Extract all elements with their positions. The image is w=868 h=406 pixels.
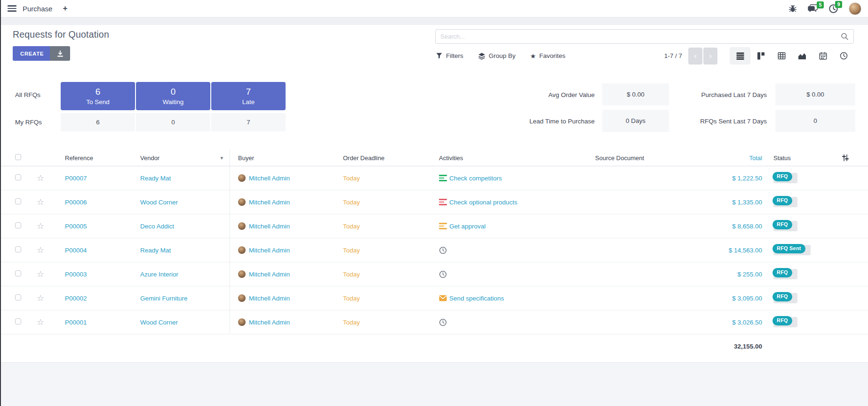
activity-icon[interactable]	[439, 199, 447, 206]
reference-link[interactable]: P00007	[65, 175, 87, 182]
buyer-link[interactable]: Mitchell Admin	[249, 295, 290, 302]
layers-icon	[478, 52, 486, 60]
activity-icon[interactable]	[439, 318, 447, 326]
favorite-star-icon[interactable]: ☆	[37, 317, 44, 327]
favorites-button[interactable]: ★ Favorites	[530, 52, 565, 60]
vendor-link[interactable]: Wood Corner	[140, 199, 178, 206]
row-checkbox[interactable]	[15, 318, 21, 325]
activity-label[interactable]: Send specifications	[449, 295, 504, 302]
reference-link[interactable]: P00006	[65, 199, 87, 206]
reference-link[interactable]: P00004	[65, 247, 87, 254]
user-avatar[interactable]	[849, 2, 861, 15]
header-source[interactable]: Source Document	[590, 154, 692, 162]
select-all-checkbox[interactable]	[15, 154, 21, 160]
activity-label[interactable]: Check optional products	[449, 199, 518, 206]
activity-icon[interactable]	[439, 175, 447, 182]
activity-label[interactable]: Get approval	[449, 223, 486, 230]
to-send-button[interactable]: 6 To Send	[61, 82, 135, 110]
status-badge-backplate: RFQ	[773, 293, 797, 303]
buyer-link[interactable]: Mitchell Admin	[249, 175, 290, 182]
waiting-button[interactable]: 0 Waiting	[136, 82, 210, 110]
vendor-link[interactable]: Ready Mat	[140, 175, 171, 182]
row-checkbox[interactable]	[15, 198, 21, 204]
header-vendor[interactable]: Vendor ▾	[136, 150, 230, 166]
table-row[interactable]: ☆ P00003 Azure Interior Mitchell Admin T…	[0, 262, 868, 286]
purchase-dashboard: All RFQs My RFQs 6 To Send 0 Waiting 7 L…	[0, 81, 868, 150]
kpi-purchased-label: Purchased Last 7 Days	[701, 91, 767, 98]
header-status[interactable]: Status	[763, 154, 840, 162]
row-checkbox[interactable]	[15, 270, 21, 276]
buyer-avatar	[238, 270, 246, 278]
vendor-link[interactable]: Ready Mat	[140, 247, 171, 254]
plus-icon[interactable]: +	[63, 4, 67, 13]
vendor-link[interactable]: Azure Interior	[140, 271, 178, 278]
optional-columns-icon[interactable]	[842, 154, 849, 162]
my-to-send-cell[interactable]: 6	[61, 113, 135, 131]
favorite-star-icon[interactable]: ☆	[37, 197, 44, 207]
pager-next-button[interactable]: ›	[703, 48, 717, 65]
header-reference[interactable]: Reference	[56, 154, 136, 162]
calendar-view-icon[interactable]	[812, 47, 833, 65]
buyer-link[interactable]: Mitchell Admin	[249, 319, 290, 326]
kanban-view-icon[interactable]	[750, 47, 771, 65]
buyer-link[interactable]: Mitchell Admin	[249, 247, 290, 254]
row-checkbox[interactable]	[15, 246, 21, 252]
favorite-star-icon[interactable]: ☆	[37, 173, 44, 183]
search-input[interactable]	[440, 33, 841, 40]
order-deadline: Today	[343, 223, 360, 230]
group-by-button[interactable]: Group By	[478, 52, 516, 60]
filters-button[interactable]: Filters	[436, 52, 463, 59]
header-deadline[interactable]: Order Deadline	[339, 154, 435, 162]
late-button[interactable]: 7 Late	[211, 82, 286, 110]
header-buyer[interactable]: Buyer	[230, 154, 339, 162]
activity-label[interactable]: Check competitors	[449, 175, 502, 182]
favorite-star-icon[interactable]: ☆	[37, 269, 44, 279]
my-late-cell[interactable]: 7	[211, 113, 286, 131]
app-name[interactable]: Purchase	[23, 5, 52, 13]
row-checkbox[interactable]	[15, 222, 21, 228]
vendor-link[interactable]: Deco Addict	[140, 223, 174, 230]
row-checkbox[interactable]	[15, 294, 21, 300]
table-row[interactable]: ☆ P00001 Wood Corner Mitchell Admin Toda…	[0, 310, 868, 334]
favorite-star-icon[interactable]: ☆	[37, 221, 44, 231]
messages-icon[interactable]: 5	[807, 4, 818, 13]
export-button[interactable]	[50, 46, 70, 61]
window-left-edge	[0, 0, 1, 406]
reference-link[interactable]: P00002	[65, 295, 87, 302]
vendor-link[interactable]: Wood Corner	[140, 319, 178, 326]
table-row[interactable]: ☆ P00004 Ready Mat Mitchell Admin Today …	[0, 238, 868, 262]
list-view-icon[interactable]	[730, 47, 750, 65]
pivot-view-icon[interactable]	[771, 47, 792, 65]
activity-clock-icon[interactable]: 9	[828, 4, 838, 14]
reference-link[interactable]: P00001	[65, 319, 87, 326]
favorite-star-icon[interactable]: ☆	[37, 293, 44, 303]
activity-icon[interactable]	[439, 223, 447, 230]
menu-icon[interactable]	[8, 5, 16, 12]
activity-icon[interactable]	[439, 270, 447, 278]
my-waiting-cell[interactable]: 0	[136, 113, 210, 131]
reference-link[interactable]: P00003	[65, 271, 87, 278]
row-checkbox[interactable]	[15, 174, 21, 180]
header-total[interactable]: Total	[692, 154, 763, 162]
reference-link[interactable]: P00005	[65, 223, 87, 230]
favorite-star-icon[interactable]: ☆	[37, 245, 44, 255]
star-icon: ★	[530, 52, 536, 60]
activity-view-icon[interactable]	[833, 47, 854, 65]
create-button[interactable]: CREATE	[13, 46, 51, 61]
table-row[interactable]: ☆ P00005 Deco Addict Mitchell Admin Toda…	[0, 214, 868, 238]
table-row[interactable]: ☆ P00002 Gemini Furniture Mitchell Admin…	[0, 286, 868, 310]
table-row[interactable]: ☆ P00007 Ready Mat Mitchell Admin Today …	[0, 166, 868, 190]
vendor-link[interactable]: Gemini Furniture	[140, 295, 188, 302]
bug-icon[interactable]	[788, 5, 797, 13]
header-activities[interactable]: Activities	[435, 154, 590, 162]
graph-view-icon[interactable]	[792, 47, 812, 65]
total-amount: $ 8,658.00	[692, 223, 763, 230]
pager-prev-button[interactable]: ‹	[688, 48, 702, 65]
buyer-link[interactable]: Mitchell Admin	[249, 271, 290, 278]
activity-icon[interactable]	[439, 295, 447, 301]
table-row[interactable]: ☆ P00006 Wood Corner Mitchell Admin Toda…	[0, 190, 868, 214]
buyer-link[interactable]: Mitchell Admin	[249, 223, 290, 230]
search-icon[interactable]	[841, 32, 849, 41]
buyer-link[interactable]: Mitchell Admin	[249, 199, 290, 206]
activity-icon[interactable]	[439, 246, 447, 254]
